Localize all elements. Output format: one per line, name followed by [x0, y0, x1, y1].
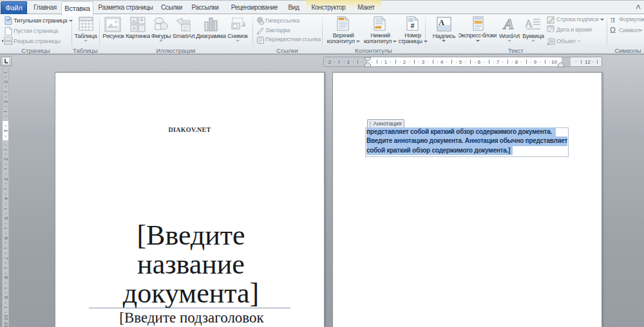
svg-text:A: A [439, 18, 444, 27]
svg-text:#: # [410, 22, 414, 30]
svg-text:A: A [502, 17, 514, 31]
svg-text:A: A [526, 17, 533, 30]
